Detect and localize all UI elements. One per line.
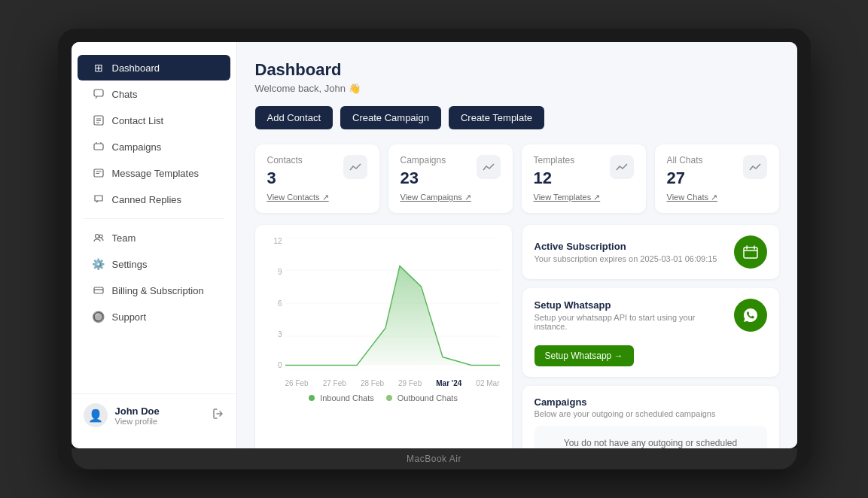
view-chats-link[interactable]: View Chats ↗ — [667, 193, 767, 202]
all-chats-value: 27 — [667, 169, 703, 188]
view-profile-link[interactable]: View profile — [115, 417, 160, 426]
stat-all-chats: All Chats 27 View Chats ↗ — [655, 144, 779, 213]
message-templates-icon — [93, 167, 105, 179]
sidebar-item-team[interactable]: Team — [78, 225, 230, 251]
sidebar-item-contact-list[interactable]: Contact List — [78, 108, 230, 133]
inbound-legend: Inbound Chats — [309, 393, 374, 402]
main-content: Dashboard Welcome back, John 👋 Add Conta… — [237, 42, 797, 448]
contacts-value: 3 — [267, 169, 303, 188]
setup-whatsapp-button[interactable]: Setup Whatsapp → — [535, 345, 634, 366]
view-campaigns-link[interactable]: View Campaigns ↗ — [400, 193, 501, 202]
view-contacts-link[interactable]: View Contacts ↗ — [267, 193, 367, 202]
logout-button[interactable] — [212, 408, 224, 423]
create-template-button[interactable]: Create Template — [449, 106, 544, 129]
chart-svg-wrap — [285, 237, 500, 369]
add-contact-button[interactable]: Add Contact — [255, 106, 333, 129]
templates-label: Templates — [534, 155, 575, 165]
whatsapp-title: Setup Whatsapp — [535, 299, 725, 311]
billing-icon — [93, 284, 105, 296]
sidebar-item-settings[interactable]: ⚙️ Settings — [78, 251, 230, 277]
sidebar-item-message-templates[interactable]: Message Templates — [78, 160, 230, 186]
campaigns-section-card: Campaigns Below are your outgoing or sch… — [522, 386, 779, 448]
sidebar: ⊞ Dashboard Chats — [72, 42, 237, 448]
whatsapp-card: Setup Whatsapp Setup your whatsapp API t… — [522, 288, 779, 377]
view-templates-link[interactable]: View Templates ↗ — [534, 193, 634, 202]
right-panel: Active Subscription Your subscription ex… — [522, 225, 779, 448]
user-profile-section[interactable]: 👤 John Doe View profile — [84, 403, 160, 427]
svg-rect-0 — [94, 90, 103, 96]
chats-icon — [93, 88, 105, 100]
x-axis: 26 Feb 27 Feb 28 Feb 29 Feb Mar '24 02 M… — [285, 379, 500, 387]
chart-area: 12 9 6 3 0 — [267, 237, 500, 387]
welcome-text: Welcome back, John 👋 — [255, 83, 779, 94]
sidebar-item-support[interactable]: 🔘 Support — [78, 304, 230, 329]
subscription-icon — [734, 235, 767, 269]
sidebar-footer: 👤 John Doe View profile — [72, 393, 236, 436]
action-buttons: Add Contact Create Campaign Create Templ… — [255, 106, 779, 129]
campaigns-section-desc: Below are your outgoing or scheduled cam… — [535, 409, 767, 418]
svg-rect-5 — [94, 144, 103, 150]
svg-point-12 — [99, 235, 102, 238]
stat-contacts: Contacts 3 View Contacts ↗ — [255, 144, 379, 213]
team-icon — [93, 232, 105, 244]
chart-card: 12 9 6 3 0 — [255, 225, 512, 448]
templates-stat-icon — [610, 155, 634, 179]
page-title: Dashboard — [255, 60, 779, 80]
svg-rect-20 — [744, 247, 757, 258]
contacts-icon — [343, 155, 367, 179]
sidebar-item-canned-replies[interactable]: Canned Replies — [78, 187, 230, 212]
campaigns-section-title: Campaigns — [535, 396, 767, 408]
dashboard-icon: ⊞ — [93, 62, 105, 74]
sidebar-nav: ⊞ Dashboard Chats — [72, 54, 236, 393]
contact-list-icon — [93, 114, 105, 126]
outbound-legend: Outbound Chats — [386, 393, 458, 402]
stat-campaigns: Campaigns 23 View Campaigns ↗ — [388, 144, 513, 213]
all-chats-label: All Chats — [667, 155, 703, 165]
campaigns-icon — [93, 141, 105, 153]
stat-templates: Templates 12 View Templates ↗ — [522, 144, 646, 213]
whatsapp-desc: Setup your whatsapp API to start using y… — [535, 313, 725, 331]
all-chats-icon — [743, 155, 767, 179]
sidebar-item-billing[interactable]: Billing & Subscription — [78, 278, 230, 303]
canned-replies-icon — [93, 193, 105, 205]
sidebar-item-dashboard[interactable]: ⊞ Dashboard — [78, 55, 230, 80]
subscription-desc: Your subscription expires on 2025-03-01 … — [535, 254, 725, 263]
sidebar-item-chats[interactable]: Chats — [78, 81, 230, 107]
content-row: 12 9 6 3 0 — [255, 225, 779, 448]
chart-legend: Inbound Chats Outbound Chats — [267, 393, 500, 402]
contacts-label: Contacts — [267, 155, 303, 165]
campaigns-value: 23 — [400, 169, 446, 188]
settings-icon: ⚙️ — [93, 258, 105, 270]
subscription-card: Active Subscription Your subscription ex… — [522, 225, 779, 279]
svg-rect-13 — [94, 287, 103, 293]
svg-point-11 — [95, 235, 99, 238]
subscription-title: Active Subscription — [535, 241, 725, 252]
y-axis: 12 9 6 3 0 — [267, 237, 282, 369]
campaigns-label: Campaigns — [400, 155, 446, 165]
support-icon: 🔘 — [93, 311, 105, 323]
templates-value: 12 — [534, 169, 575, 188]
user-name: John Doe — [115, 405, 160, 417]
whatsapp-icon — [734, 299, 767, 332]
stats-grid: Contacts 3 View Contacts ↗ — [255, 144, 779, 213]
sidebar-divider — [84, 218, 224, 219]
campaigns-stat-icon — [477, 155, 501, 179]
laptop-brand: MacBook Air — [72, 448, 797, 469]
avatar: 👤 — [84, 403, 108, 427]
no-campaigns-message: You do not have any outgoing or schedule… — [535, 426, 767, 448]
create-campaign-button[interactable]: Create Campaign — [340, 106, 441, 129]
sidebar-item-campaigns[interactable]: Campaigns — [78, 134, 230, 159]
